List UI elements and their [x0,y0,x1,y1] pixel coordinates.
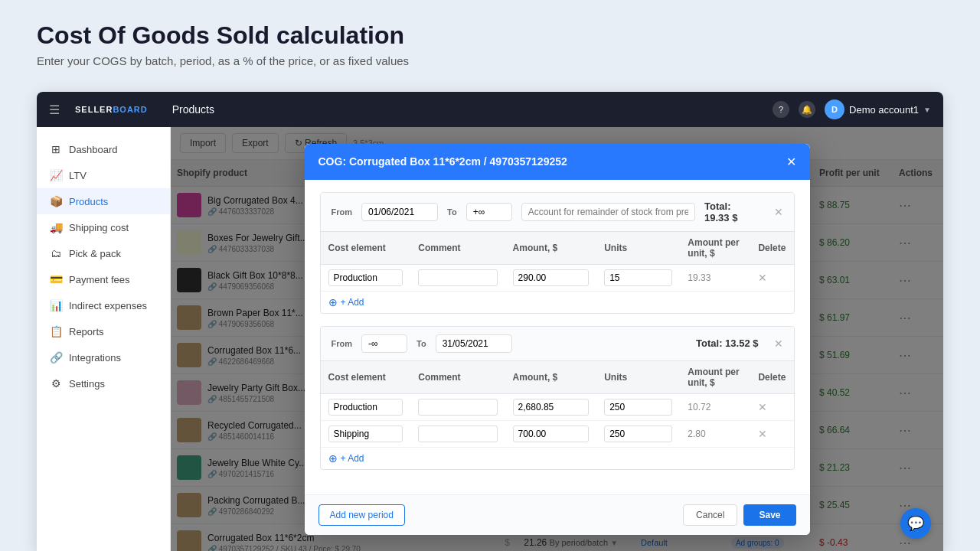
period2-total: Total: 13.52 $ [696,337,758,349]
modal-close-button[interactable]: ✕ [786,155,796,169]
period1-total: Total: 19.33 $ [704,201,758,223]
add-row-label: + Add [341,453,364,464]
cost-delete-button[interactable]: ✕ [758,401,767,413]
cost-col-units2: Units [596,361,680,394]
cost-amount-input[interactable] [513,399,590,416]
add-row-icon: ⊕ [328,452,338,465]
nav-section: Products [172,103,214,116]
products-icon: 📦 [49,195,63,207]
cost-col-units: Units [596,232,680,265]
period2-to-input[interactable] [436,334,512,353]
sidebar-item-products[interactable]: 📦 Products [37,188,170,214]
sidebar-item-integrations[interactable]: 🔗 Integrations [37,344,170,370]
cost-units-input[interactable] [604,425,672,442]
reports-icon: 📋 [49,325,63,337]
pickpack-icon: 🗂 [49,247,63,259]
sidebar-label: Shipping cost [69,222,129,233]
sidebar-label: Dashboard [69,144,118,155]
sidebar-item-pickpack[interactable]: 🗂 Pick & pack [37,240,170,266]
cost-element-input[interactable] [328,269,403,286]
add-row-label: + Add [341,297,364,308]
nav-notification-icon[interactable]: 🔔 [799,101,815,118]
sidebar-item-shipping[interactable]: 🚚 Shipping cost [37,214,170,240]
cost-comment-input[interactable] [418,399,497,416]
cost-row: 19.33 ✕ [321,264,794,291]
cost-col-element2: Cost element [321,361,411,394]
cost-per-unit-value: 10.72 [688,402,710,412]
add-row-icon: ⊕ [328,296,338,308]
sidebar-label: Products [69,196,108,207]
period2-add-row[interactable]: ⊕ + Add [321,448,794,469]
chat-bubble[interactable]: 💬 [900,508,931,539]
cost-amount-input[interactable] [513,425,590,442]
nav-username: Demo account1 [849,104,919,116]
sidebar-label: Pick & pack [69,248,121,259]
ltv-icon: 📈 [49,169,63,181]
cost-delete-button[interactable]: ✕ [758,428,767,440]
sidebar-label: Integrations [69,352,121,364]
modal-title: COG: Corrugated Box 11*6*2cm / 497035712… [318,155,567,168]
cost-units-input[interactable] [604,399,672,416]
period2-close-button[interactable]: ✕ [774,337,783,350]
cost-units-input[interactable] [604,269,672,286]
period1-from-input[interactable] [361,203,438,221]
sidebar-label: Reports [69,326,104,337]
payment-icon: 💳 [49,273,63,285]
page-subtitle: Enter your COGS by batch, period, as a %… [37,54,943,67]
indirect-icon: 📊 [49,299,63,311]
cost-col-comment2: Comment [410,361,505,394]
cost-col-delete: Delete [750,232,793,265]
sidebar-label: Indirect expenses [69,300,147,311]
period2-from-input[interactable] [361,334,407,353]
sidebar-item-settings[interactable]: ⚙ Settings [37,370,170,396]
cost-amount-input[interactable] [513,269,590,286]
dashboard-icon: ⊞ [49,143,63,155]
cost-col-per-unit2: Amount per unit, $ [680,361,750,394]
sidebar-item-ltv[interactable]: 📈 LTV [37,162,170,188]
period1-to-label: To [447,207,457,217]
sidebar-item-payment[interactable]: 💳 Payment fees [37,266,170,292]
nav-logo: SELLERBOARD [75,105,148,114]
nav-help-icon[interactable]: ? [773,101,789,118]
cost-per-unit-value: 2.80 [688,429,705,439]
add-period-button[interactable]: Add new period [318,504,405,526]
chevron-down-icon: ▼ [923,106,931,114]
cost-row: 2.80 ✕ [321,420,794,447]
cost-col-amount: Amount, $ [505,232,597,265]
period1-from-label: From [332,207,353,217]
sidebar-item-dashboard[interactable]: ⊞ Dashboard [37,136,170,162]
cost-element-input[interactable] [328,399,403,416]
cost-element-input[interactable] [328,425,403,442]
cost-col-per-unit: Amount per unit, $ [680,232,750,265]
period1-batch-input[interactable] [521,203,695,221]
cost-delete-button[interactable]: ✕ [758,272,767,284]
cost-row: 10.72 ✕ [321,393,794,420]
integrations-icon: 🔗 [49,351,63,364]
period2-to-label: To [416,339,426,348]
hamburger-icon[interactable]: ☰ [49,103,60,117]
sidebar-item-indirect[interactable]: 📊 Indirect expenses [37,292,170,318]
nav-user[interactable]: D Demo account1 ▼ [825,99,931,119]
cancel-button[interactable]: Cancel [683,504,737,526]
sidebar-item-reports[interactable]: 📋 Reports [37,318,170,344]
period1-add-row[interactable]: ⊕ + Add [321,292,794,313]
sidebar-label: LTV [69,170,87,181]
cost-col-comment: Comment [410,232,505,265]
shipping-icon: 🚚 [49,221,63,233]
avatar: D [825,99,844,119]
cost-col-element: Cost element [321,232,411,265]
cost-col-delete2: Delete [750,361,793,394]
period2-from-label: From [332,339,353,348]
cost-comment-input[interactable] [418,425,497,442]
sidebar-label: Settings [69,378,105,390]
sidebar-label: Payment fees [69,274,130,285]
cog-modal: COG: Corrugated Box 11*6*2cm / 497035712… [305,144,810,535]
settings-icon: ⚙ [49,377,63,390]
page-title: Cost Of Goods Sold calculation [37,21,943,50]
cost-col-amount2: Amount, $ [505,361,597,394]
period1-to-input[interactable] [466,203,512,221]
cost-per-unit-value: 19.33 [688,272,710,283]
save-button[interactable]: Save [743,504,795,526]
cost-comment-input[interactable] [418,269,497,286]
period1-close-button[interactable]: ✕ [774,206,783,218]
